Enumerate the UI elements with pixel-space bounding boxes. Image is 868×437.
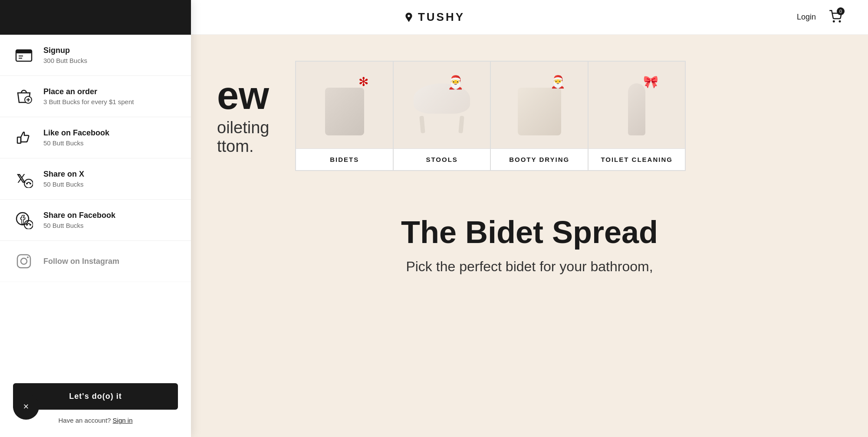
hero-title-new: ew — [217, 76, 269, 115]
x-share-icon: 𝕏 — [13, 168, 35, 190]
category-card-toilet-cleaning[interactable]: 🎀 TOILET CLEANING — [588, 61, 686, 171]
sidebar-header-bar — [0, 0, 191, 35]
sidebar-item-signup[interactable]: Signup 300 Butt Bucks — [0, 35, 191, 76]
thumbs-up-icon — [13, 127, 35, 148]
instagram-icon — [13, 250, 35, 272]
logo[interactable]: TUSHY — [403, 10, 465, 24]
share-facebook-subtitle: 50 Butt Bucks — [43, 222, 115, 229]
svg-point-16 — [24, 220, 33, 229]
svg-point-12 — [24, 179, 33, 188]
close-button[interactable]: × — [13, 394, 39, 420]
login-button[interactable]: Login — [797, 13, 816, 22]
bidet-spread-section: The Bidet Spread Pick the perfect bidet … — [191, 188, 868, 301]
svg-point-17 — [26, 224, 28, 226]
svg-point-15 — [16, 213, 29, 225]
hero-area: ew oileting ttom. ✻ BIDETS — [191, 35, 868, 188]
logo-icon — [403, 12, 414, 23]
category-grid: ✻ BIDETS 🎅 — [295, 61, 686, 171]
like-facebook-subtitle: 50 Butt Bucks — [43, 139, 109, 147]
sidebar-item-like-facebook[interactable]: Like on Facebook 50 Butt Bucks — [0, 117, 191, 158]
bidets-image: ✻ — [296, 62, 393, 148]
sidebar-item-follow-instagram[interactable]: Follow on Instagram — [0, 241, 191, 282]
order-subtitle: 3 Butt Bucks for every $1 spent — [43, 98, 134, 105]
stools-image: 🎅 — [394, 62, 490, 148]
cart-button[interactable]: 0 — [829, 10, 842, 25]
share-x-title: Share on X — [43, 170, 84, 179]
signup-title: Signup — [43, 46, 87, 55]
main-content: ew oileting ttom. ✻ BIDETS — [191, 0, 868, 301]
svg-point-0 — [408, 15, 410, 17]
svg-point-20 — [21, 258, 27, 264]
bidet-spread-title: The Bidet Spread — [217, 214, 842, 250]
share-facebook-title: Share on Facebook — [43, 211, 115, 220]
sidebar-item-share-x[interactable]: 𝕏 Share on X 50 Butt Bucks — [0, 158, 191, 200]
hero-text: ew oileting ttom. — [217, 76, 269, 156]
cart-count: 0 — [837, 7, 845, 15]
toilet-cleaning-label: TOILET CLEANING — [589, 148, 685, 170]
category-card-bidets[interactable]: ✻ BIDETS — [296, 61, 393, 171]
signup-subtitle: 300 Butt Bucks — [43, 57, 87, 64]
svg-point-14 — [30, 183, 31, 184]
bidets-label: BIDETS — [296, 148, 393, 170]
instagram-title: Follow on Instagram — [43, 257, 119, 266]
svg-rect-4 — [16, 50, 32, 53]
booty-drying-image: 🎅 — [491, 62, 588, 148]
toilet-cleaning-image: 🎀 — [589, 62, 685, 148]
hero-subtitle-2: ttom. — [217, 137, 269, 156]
hero-subtitle-1: oileting — [217, 118, 269, 137]
share-x-subtitle: 50 Butt Bucks — [43, 181, 84, 188]
like-facebook-title: Like on Facebook — [43, 128, 109, 138]
order-title: Place an order — [43, 87, 134, 96]
sidebar-item-share-facebook[interactable]: Share on Facebook 50 Butt Bucks — [0, 200, 191, 241]
stools-label: STOOLS — [394, 148, 490, 170]
booty-drying-label: BOOTY DRYING — [491, 148, 588, 170]
have-account-text: Have an account? Sign in — [13, 417, 178, 424]
svg-point-21 — [27, 256, 29, 258]
svg-rect-19 — [17, 255, 30, 268]
sign-in-link[interactable]: Sign in — [113, 417, 133, 424]
sidebar-panel: Signup 300 Butt Bucks Place an order 3 B… — [0, 0, 191, 437]
svg-point-1 — [833, 21, 835, 22]
sidebar-item-place-order[interactable]: Place an order 3 Butt Bucks for every $1… — [0, 76, 191, 117]
shopping-bag-icon — [13, 85, 35, 107]
svg-point-13 — [26, 183, 28, 184]
sidebar-items-list: Signup 300 Butt Bucks Place an order 3 B… — [0, 35, 191, 375]
bidet-spread-subtitle: Pick the perfect bidet for your bathroom… — [217, 259, 842, 275]
category-card-stools[interactable]: 🎅 STOOLS — [393, 61, 491, 171]
svg-point-2 — [839, 21, 841, 22]
svg-point-18 — [30, 224, 31, 226]
facebook-share-icon — [13, 209, 35, 231]
category-card-booty-drying[interactable]: 🎅 BOOTY DRYING — [490, 61, 588, 171]
signup-icon — [13, 44, 35, 66]
svg-rect-10 — [17, 137, 21, 143]
